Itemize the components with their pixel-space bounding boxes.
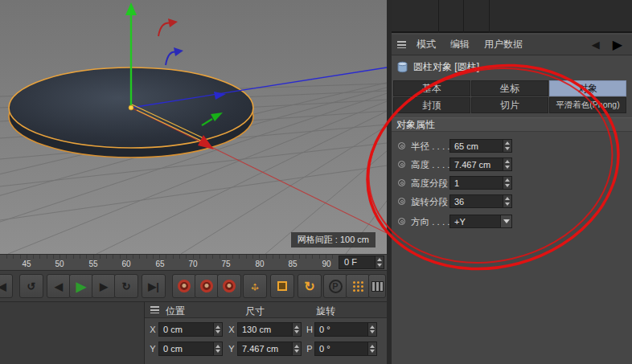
current-frame-field[interactable]: 0 F — [339, 256, 384, 269]
axis-label: Y — [228, 344, 236, 354]
keyframe-dot-icon[interactable] — [398, 161, 405, 168]
menu-edit[interactable]: 编辑 — [443, 38, 477, 51]
axis-label: H — [306, 325, 314, 334]
tab-phong[interactable]: 平滑着色(Phong) — [549, 97, 626, 113]
position-x-input[interactable]: 0 cm — [158, 322, 223, 337]
stepper[interactable] — [503, 195, 511, 207]
previous-frame-button[interactable]: ◀ — [47, 274, 71, 298]
stepper[interactable] — [503, 177, 511, 189]
frame-stepper[interactable] — [375, 256, 384, 268]
current-frame-value: 0 F — [339, 256, 375, 268]
record-rotation-button[interactable]: ↻ — [298, 274, 322, 298]
size-header: 尺寸 — [245, 305, 265, 318]
record-scale-button[interactable] — [270, 274, 294, 298]
keyframe-dot-icon[interactable] — [398, 198, 405, 205]
history-forward-icon[interactable]: ▶ — [606, 37, 632, 52]
goto-end-button[interactable]: ▶| — [142, 274, 166, 298]
ruler-number: 75 — [214, 260, 238, 268]
goto-start-button[interactable]: |◀ — [0, 274, 13, 298]
stepper[interactable] — [503, 140, 511, 152]
stepper[interactable] — [292, 342, 301, 355]
rotation-segments-input[interactable]: 36 — [449, 194, 512, 208]
section-object-properties: 对象属性 — [392, 117, 632, 132]
rotation-header: 旋转 — [316, 305, 335, 318]
cycle-range-button[interactable]: ↻ — [114, 274, 138, 298]
tab-slice[interactable]: 切片 — [471, 97, 548, 113]
panel-menu-icon[interactable] — [397, 41, 406, 48]
viewport-3d[interactable]: 网格间距 : 100 cm — [0, 0, 387, 254]
axis-label: X — [228, 325, 236, 334]
timeline-ruler[interactable]: 45 50 55 60 65 70 75 80 85 90 0 F — [0, 254, 387, 271]
ruler-number: 80 — [248, 260, 272, 268]
keyframe-dot-icon[interactable] — [398, 142, 405, 149]
gizmo-center-handle — [129, 105, 133, 110]
stepper[interactable] — [292, 323, 301, 336]
point-level-animation-button[interactable] — [346, 274, 370, 298]
cylinder-icon — [397, 61, 408, 73]
size-x-input[interactable]: 130 cm — [237, 322, 302, 337]
bottom-left-panel — [0, 302, 145, 364]
field-label: 方向 . . . . — [411, 216, 449, 228]
field-height: 高度 . . . . 7.467 cm — [392, 157, 632, 173]
object-manager-edge — [392, 0, 632, 33]
field-label: 半径 . . . . — [411, 141, 449, 153]
rotation-segments-value: 36 — [450, 195, 503, 207]
tab-caps[interactable]: 封顶 — [393, 97, 470, 113]
stepper[interactable] — [367, 342, 376, 355]
stepper[interactable] — [503, 158, 511, 170]
record-keyframe-button[interactable] — [172, 274, 196, 298]
menu-mode[interactable]: 模式 — [409, 38, 443, 51]
radius-input[interactable]: 65 cm — [449, 139, 512, 153]
stepper[interactable] — [213, 323, 222, 336]
content-browser-button[interactable] — [368, 274, 386, 298]
move-icon: ↔↕ — [247, 278, 263, 294]
ruler-number: 85 — [281, 260, 305, 268]
object-title-row: 圆柱对象 [圆柱] — [392, 57, 632, 77]
coordinates-header: 位置 尺寸 旋转 — [145, 302, 387, 318]
height-value: 7.467 cm — [450, 158, 503, 170]
autokey-button[interactable] — [195, 274, 219, 298]
panel-menu-icon[interactable] — [150, 306, 159, 313]
object-title: 圆柱对象 [圆柱] — [413, 60, 479, 74]
orientation-dropdown[interactable]: +Y — [449, 215, 512, 228]
parameter-icon: P — [329, 280, 343, 293]
record-position-button[interactable]: ↔↕ — [243, 274, 267, 298]
stepper[interactable] — [213, 342, 222, 355]
keyframe-selection-button[interactable] — [217, 274, 241, 298]
tab-coordinates[interactable]: 坐标 — [471, 80, 548, 96]
ruler-number: 55 — [81, 260, 105, 268]
play-backwards-button[interactable]: ↺ — [19, 274, 43, 298]
cycle-range-icon: ↻ — [122, 280, 131, 292]
keyframe-dot-icon[interactable] — [398, 218, 405, 225]
tab-object[interactable]: 对象 — [549, 80, 626, 96]
history-back-icon[interactable]: ◀ — [585, 39, 606, 51]
play-icon: ▶ — [76, 279, 86, 294]
stepper[interactable] — [367, 323, 376, 336]
record-parameter-button[interactable]: P — [323, 274, 347, 298]
rotation-p-input[interactable]: 0 ° — [314, 342, 377, 356]
height-segments-input[interactable]: 1 — [449, 176, 512, 190]
next-frame-button[interactable]: ▶ — [92, 274, 116, 298]
coordinates-panel: 位置 尺寸 旋转 X 0 cm X 130 cm H 0 ° Y 0 c — [145, 302, 387, 364]
position-y-input[interactable]: 0 cm — [158, 342, 223, 356]
ruler-number: 60 — [114, 260, 138, 268]
play-button[interactable]: ▶ — [69, 274, 93, 298]
scale-icon — [277, 281, 287, 291]
ruler-number: 45 — [14, 260, 39, 268]
height-input[interactable]: 7.467 cm — [449, 157, 512, 171]
orientation-value: +Y — [450, 215, 500, 227]
autokey-icon — [200, 280, 213, 292]
keyframe-dot-icon[interactable] — [398, 179, 405, 186]
rotation-h-input[interactable]: 0 ° — [314, 322, 377, 337]
field-label: 高度分段 — [411, 178, 449, 190]
position-header: 位置 — [166, 305, 185, 318]
menu-user-data[interactable]: 用户数据 — [477, 38, 530, 51]
field-rotation-segments: 旋转分段 36 — [392, 194, 632, 210]
ruler-number: 50 — [47, 260, 72, 268]
size-y-input[interactable]: 7.467 cm — [237, 342, 302, 356]
radius-value: 65 cm — [450, 140, 503, 152]
keyframe-selection-icon — [223, 280, 236, 292]
field-height-segments: 高度分段 1 — [392, 175, 632, 191]
previous-frame-icon: ◀ — [55, 280, 63, 292]
tab-basic[interactable]: 基本 — [393, 80, 470, 96]
